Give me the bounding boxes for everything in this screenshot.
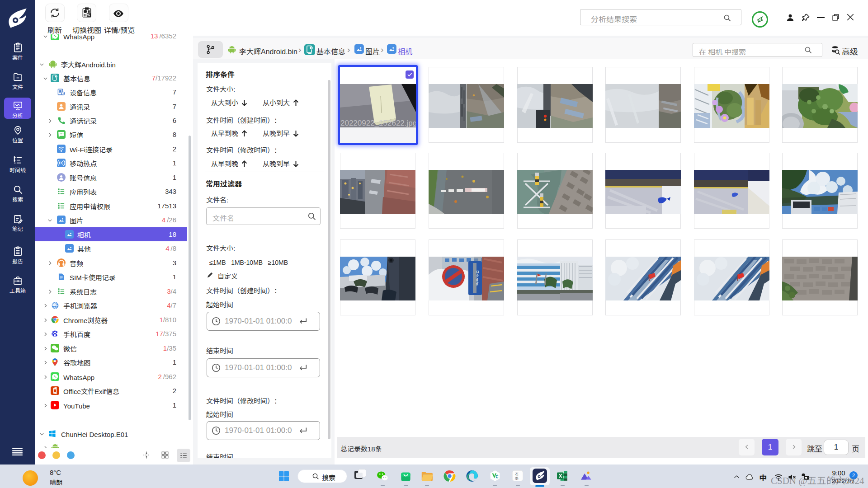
svg-text:i: i [311,47,311,50]
svg-text:20220922_152622.jpg: 20220922_152622.jpg [340,119,416,127]
